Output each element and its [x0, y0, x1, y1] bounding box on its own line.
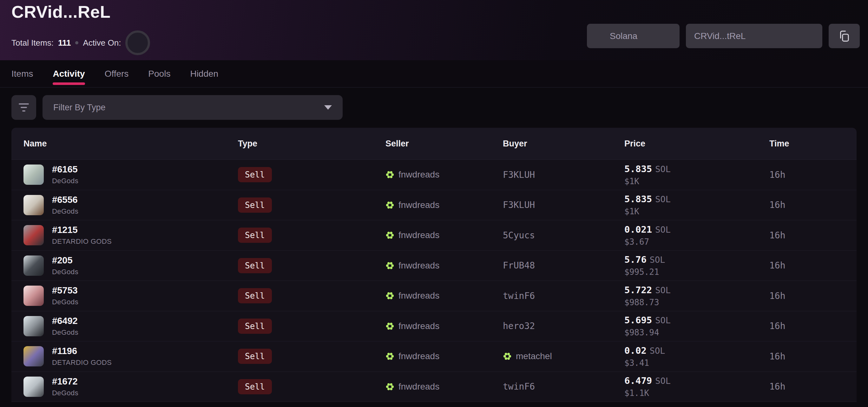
seller-cell[interactable]: fnwdreads	[385, 351, 503, 361]
table-row[interactable]: #6492 DeGods Sell fnwdreads hero32	[11, 311, 857, 342]
filter-icon	[19, 103, 29, 105]
price-currency: SOL	[655, 285, 671, 295]
collection-name: DETARDIO GODS	[52, 237, 112, 246]
seller-verified-flower-icon	[385, 352, 394, 361]
nft-token-id: #205	[52, 255, 79, 266]
nft-name-cell[interactable]: #6165 DeGods	[24, 164, 238, 185]
seller-cell[interactable]: fnwdreads	[385, 170, 503, 180]
nft-name-cell[interactable]: #5753 DeGods	[24, 285, 238, 306]
filter-by-type-dropdown[interactable]: Filter By Type	[42, 95, 343, 120]
type-cell: Sell	[238, 198, 385, 213]
tab-items[interactable]: Items	[11, 60, 33, 87]
buyer-name: 5Cyucs	[503, 230, 535, 241]
price-usd-value: $988.73	[624, 298, 769, 307]
tab-hidden[interactable]: Hidden	[190, 60, 218, 87]
nft-token-id: #1215	[52, 225, 112, 235]
price-currency: SOL	[650, 255, 665, 265]
buyer-cell[interactable]: metachel	[503, 351, 624, 361]
filter-button[interactable]	[11, 95, 36, 120]
nft-name-cell[interactable]: #205 DeGods	[24, 255, 238, 276]
time-cell: 16h	[769, 260, 844, 271]
price-currency: SOL	[655, 315, 671, 325]
table-row[interactable]: #6165 DeGods Sell fnwdreads F3KLUH	[11, 160, 857, 190]
price-sol-value: 5.76	[624, 254, 647, 265]
sell-type-badge: Sell	[238, 258, 272, 273]
nft-name-cell[interactable]: #1215 DETARDIO GODS	[24, 225, 238, 246]
seller-cell[interactable]: fnwdreads	[385, 382, 503, 392]
header-controls: Solana CRVid...tReL	[587, 24, 860, 48]
nft-thumbnail[interactable]	[24, 195, 44, 215]
buyer-cell[interactable]: 5Cyucs	[503, 230, 624, 241]
table-row[interactable]: #5753 DeGods Sell fnwdreads twinF6	[11, 281, 857, 311]
seller-cell[interactable]: fnwdreads	[385, 291, 503, 301]
buyer-name: F3KLUH	[503, 170, 535, 180]
price-sol-value: 5.695	[624, 315, 652, 326]
collection-name: DeGods	[52, 268, 79, 276]
nft-thumbnail[interactable]	[24, 316, 44, 336]
nft-thumbnail[interactable]	[24, 225, 44, 245]
buyer-cell[interactable]: F3KLUH	[503, 200, 624, 210]
sell-type-badge: Sell	[238, 288, 272, 303]
sell-type-badge: Sell	[238, 379, 272, 394]
seller-verified-flower-icon	[385, 201, 394, 209]
price-currency: SOL	[655, 194, 671, 204]
seller-cell[interactable]: fnwdreads	[385, 200, 503, 210]
table-row[interactable]: #6556 DeGods Sell fnwdreads F3KLUH	[11, 190, 857, 221]
tab-offers[interactable]: Offers	[105, 60, 129, 87]
active-on-label: Active On:	[83, 38, 121, 48]
nft-thumbnail[interactable]	[24, 165, 44, 185]
price-cell: 6.479 SOL $1.1K	[624, 375, 769, 398]
seller-cell[interactable]: fnwdreads	[385, 230, 503, 240]
solana-chain-badge[interactable]	[125, 30, 150, 55]
price-currency: SOL	[650, 346, 665, 355]
tab-pools[interactable]: Pools	[148, 60, 170, 87]
total-items-value: 111	[58, 38, 71, 48]
col-name: Name	[24, 139, 238, 149]
table-row[interactable]: #1672 DeGods Sell fnwdreads twinF6	[11, 372, 857, 402]
nft-token-id: #6556	[52, 195, 79, 205]
price-usd-value: $1.1K	[624, 388, 769, 398]
nft-name-cell[interactable]: #6556 DeGods	[24, 195, 238, 215]
seller-cell[interactable]: fnwdreads	[385, 321, 503, 331]
nft-thumbnail[interactable]	[24, 256, 44, 276]
price-sol-value: 5.722	[624, 285, 652, 296]
price-usd-value: $3.41	[624, 358, 769, 368]
price-cell: 5.722 SOL $988.73	[624, 285, 769, 307]
nft-thumbnail[interactable]	[24, 285, 44, 306]
sell-type-badge: Sell	[238, 198, 272, 213]
col-price: Price	[624, 139, 769, 149]
tab-activity[interactable]: Activity	[53, 60, 85, 87]
type-cell: Sell	[238, 228, 385, 243]
seller-verified-flower-icon	[385, 231, 394, 240]
nft-token-id: #6492	[52, 316, 79, 326]
seller-verified-flower-icon	[385, 382, 394, 391]
table-row[interactable]: #205 DeGods Sell fnwdreads FrUB48	[11, 251, 857, 281]
collection-name: DeGods	[52, 207, 79, 215]
buyer-cell[interactable]: twinF6	[503, 381, 624, 392]
buyer-cell[interactable]: hero32	[503, 321, 624, 331]
nft-thumbnail[interactable]	[24, 377, 44, 397]
copy-address-button[interactable]	[829, 24, 860, 48]
chain-select[interactable]: Solana	[587, 24, 680, 48]
time-cell: 16h	[769, 230, 844, 241]
page-title: CRVid...ReL	[11, 2, 111, 22]
seller-name: fnwdreads	[399, 200, 439, 210]
seller-cell[interactable]: fnwdreads	[385, 261, 503, 271]
nft-thumbnail[interactable]	[24, 346, 44, 366]
buyer-cell[interactable]: twinF6	[503, 291, 624, 301]
buyer-name: F3KLUH	[503, 200, 535, 210]
nft-name-cell[interactable]: #1196 DETARDIO GODS	[24, 346, 238, 367]
price-usd-value: $1K	[624, 176, 769, 186]
nft-name-cell[interactable]: #6492 DeGods	[24, 316, 238, 337]
table-row[interactable]: #1196 DETARDIO GODS Sell fnwdreads	[11, 341, 857, 372]
seller-name: fnwdreads	[399, 291, 439, 301]
collection-address-field[interactable]: CRVid...tReL	[686, 24, 822, 48]
buyer-cell[interactable]: FrUB48	[503, 260, 624, 271]
chevron-down-icon	[324, 105, 332, 110]
nft-name-cell[interactable]: #1672 DeGods	[24, 376, 238, 397]
table-row[interactable]: #1215 DETARDIO GODS Sell fnwdreads	[11, 220, 857, 251]
nft-token-id: #5753	[52, 285, 79, 296]
time-cell: 16h	[769, 200, 844, 210]
buyer-cell[interactable]: F3KLUH	[503, 170, 624, 180]
collection-name: DeGods	[52, 177, 79, 185]
